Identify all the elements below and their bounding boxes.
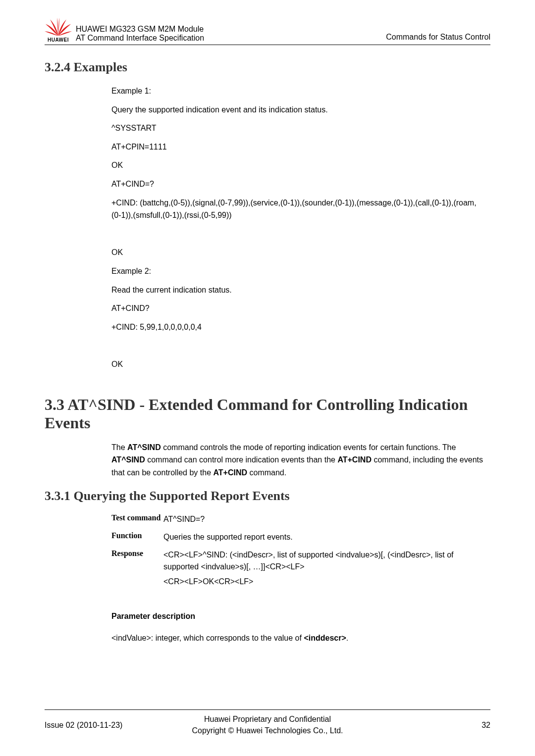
param-heading: Parameter description [111,610,485,623]
command-table: Test command AT^SIND=? Function Queries … [111,513,490,588]
parameter-description: Parameter description <indValue>: intege… [111,610,485,644]
footer-center: Huawei Proprietary and Confidential Copy… [156,714,379,736]
row-value: AT^SIND=? [163,513,490,525]
content-3-3-intro: The AT^SIND command controls the mode of… [111,441,485,479]
header-title-2: AT Command Interface Specification [76,34,386,43]
example-line [111,228,485,241]
example-line: Read the current indication status. [111,284,485,297]
footer-left: Issue 02 (2010-11-23) [45,721,156,730]
footer-right: 32 [379,721,490,730]
huawei-logo-icon [45,17,72,36]
example-line [111,339,485,352]
row-label: Response [111,549,163,588]
example-line: OK [111,159,485,172]
table-row-test: Test command AT^SIND=? [111,513,490,525]
page-footer: Issue 02 (2010-11-23) Huawei Proprietary… [45,709,490,736]
table-row-function: Function Queries the supported report ev… [111,531,490,543]
example-line: Example 1: [111,85,485,98]
example-line: OK [111,246,485,259]
example-line: OK [111,358,485,371]
example-line: AT+CPIN=1111 [111,141,485,153]
example-line: AT+CIND? [111,302,485,315]
example-line: Query the supported indication event and… [111,103,485,116]
example-line: AT+CIND=? [111,178,485,191]
heading-3-3: 3.3 AT^SIND - Extended Command for Contr… [45,396,490,432]
example-line: +CIND: (battchg,(0-5)),(signal,(0-7,99))… [111,197,485,222]
example-line: ^SYSSTART [111,122,485,135]
example-line: Example 2: [111,265,485,278]
param-text: <indValue>: integer, which corresponds t… [111,632,485,645]
logo: HUAWEI [45,17,72,43]
header-titles: HUAWEI MG323 GSM M2M Module AT Command I… [76,25,386,43]
table-row-response: Response <CR><LF>^SIND: (<indDescr>, lis… [111,549,490,588]
heading-3-3-1: 3.3.1 Querying the Supported Report Even… [45,489,490,504]
row-label: Test command [111,513,163,525]
logo-text: HUAWEI [48,37,69,43]
header-title-1: HUAWEI MG323 GSM M2M Module [76,25,386,34]
content-3-2-4: Example 1: Query the supported indicatio… [111,85,485,371]
intro-paragraph: The AT^SIND command controls the mode of… [111,441,485,479]
page-header: HUAWEI HUAWEI MG323 GSM M2M Module AT Co… [45,17,490,45]
header-right: Commands for Status Control [386,33,490,43]
row-label: Function [111,531,163,543]
example-line: +CIND: 5,99,1,0,0,0,0,0,4 [111,321,485,334]
row-value: Queries the supported report events. [163,531,490,543]
heading-3-2-4: 3.2.4 Examples [45,60,490,75]
row-value: <CR><LF>^SIND: (<indDescr>, list of supp… [163,549,490,588]
